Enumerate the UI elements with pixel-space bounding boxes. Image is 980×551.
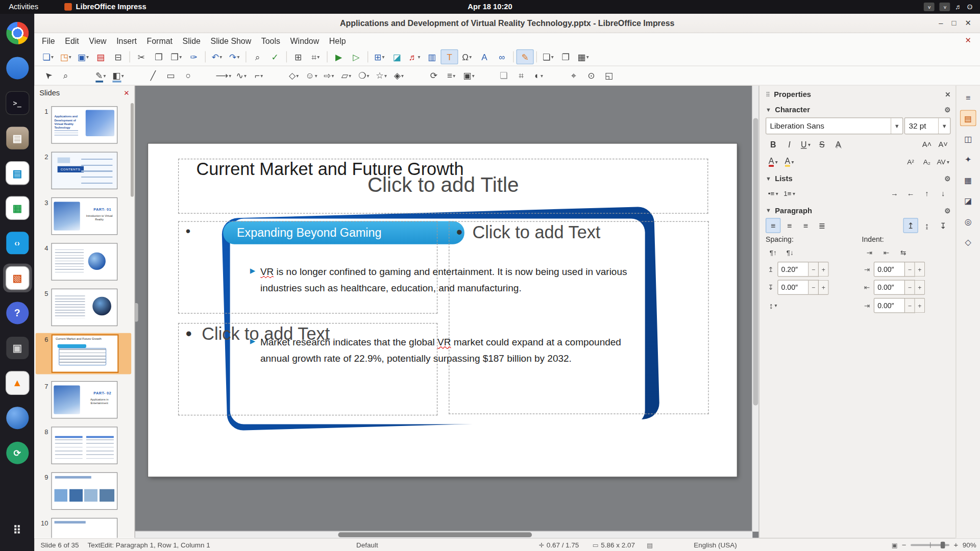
slide-thumbnail[interactable]: PART- 01 Introduction to Virtual Reality xyxy=(51,197,117,235)
slide-editing-area[interactable]: Click to add Title Current Market and Fu… xyxy=(148,144,737,477)
superscript[interactable]: A² xyxy=(903,154,918,169)
move-up[interactable]: ↑ xyxy=(919,186,934,201)
ellipse[interactable]: ○ xyxy=(179,68,197,83)
slide-title-text[interactable]: Current Market and Future Growth xyxy=(196,159,463,179)
font-size-combobox[interactable]: 32 pt ▼ xyxy=(904,117,951,134)
title-bar[interactable]: Applications and Development of Virtual … xyxy=(34,14,980,33)
vnc-indicator-icon[interactable]: v xyxy=(924,3,935,11)
minimize-button[interactable]: – xyxy=(939,19,943,27)
decrease-icon[interactable]: − xyxy=(905,280,915,295)
increase-font-size[interactable]: A˄ xyxy=(919,137,934,152)
increase-icon[interactable]: + xyxy=(819,262,829,277)
libreoffice-writer[interactable]: ▤ xyxy=(3,159,32,187)
slide-thumb-6[interactable]: 6 Current Market and Future Growth xyxy=(36,333,131,374)
chevron-down-icon[interactable]: ▼ xyxy=(938,118,950,134)
horizontal-scrollbar[interactable] xyxy=(135,531,752,538)
slide-canvas[interactable]: Click to add Title Current Market and Fu… xyxy=(135,86,758,538)
slide-thumbnail[interactable] xyxy=(51,289,117,326)
menu-item[interactable]: Slide Show xyxy=(206,34,256,47)
pane-splitter-handle[interactable] xyxy=(135,303,138,322)
spacing-above-spinner[interactable]: 0.20″ − + xyxy=(777,262,828,277)
increase-icon[interactable]: + xyxy=(915,280,925,295)
subscript[interactable]: A₂ xyxy=(919,154,934,169)
clone-formatting[interactable]: ✑ xyxy=(185,49,202,64)
menu-item[interactable]: Tools xyxy=(256,34,285,47)
bold[interactable]: B xyxy=(766,137,780,152)
tab-animation[interactable]: ✦ xyxy=(960,151,976,167)
slide-thumb-9[interactable]: 9 xyxy=(36,471,131,511)
increase-icon[interactable]: + xyxy=(915,298,925,313)
tab-properties[interactable]: ▤ xyxy=(960,110,976,127)
fill-color[interactable]: ◧ ▾ xyxy=(109,68,127,83)
power-icon[interactable]: ʘ xyxy=(967,3,972,11)
align-right[interactable]: ≡ xyxy=(798,218,813,233)
menu-item[interactable]: View xyxy=(84,34,112,47)
zoom-slider[interactable] xyxy=(911,544,949,546)
cut[interactable]: ✂ xyxy=(133,49,150,64)
rectangle[interactable]: ▭ xyxy=(162,68,179,83)
paste[interactable]: ❒ ▾ xyxy=(167,49,185,64)
slide-thumb-5[interactable]: 5 xyxy=(36,287,131,327)
menu-item[interactable]: Insert xyxy=(111,34,141,47)
slides-panel-scrollbar[interactable] xyxy=(131,103,134,197)
line-spacing-button[interactable]: ↕ ▾ xyxy=(766,298,780,313)
tab-gallery[interactable]: ◪ xyxy=(960,192,976,209)
fit-slide-icon[interactable]: ▣ xyxy=(892,541,898,548)
align-top[interactable]: ↥ xyxy=(903,218,918,233)
libreoffice-calc[interactable]: ▦ xyxy=(3,194,32,222)
slide-thumb-8[interactable]: 8 xyxy=(36,425,131,465)
slide-thumbnail[interactable]: PART- 02 Applications in Entertainment xyxy=(51,381,117,418)
new-document[interactable]: ❏ ▾ xyxy=(39,49,57,64)
paragraph-section-header[interactable]: ▼ Paragraph ⚙ xyxy=(766,206,950,215)
vertical-scroll-thumb[interactable] xyxy=(753,118,758,405)
align-center[interactable]: ≡ xyxy=(782,218,797,233)
start-from-current-slide[interactable]: ▷ xyxy=(348,49,365,64)
zoom-out-icon[interactable]: − xyxy=(902,540,906,549)
maximize-button[interactable]: □ xyxy=(952,19,957,27)
increase-icon[interactable]: + xyxy=(915,262,925,277)
line-color[interactable]: ✎ ▾ xyxy=(92,68,109,83)
section-options-icon[interactable]: ⚙ xyxy=(944,106,950,114)
indent-before-spinner[interactable]: 0.00″ − + xyxy=(874,262,925,277)
tab-master-slides[interactable]: ▦ xyxy=(960,172,976,188)
italic[interactable]: I xyxy=(782,137,797,152)
export-pdf[interactable]: ▤ xyxy=(92,49,109,64)
files-app[interactable]: ▤ xyxy=(3,123,32,152)
toggle-extrusion[interactable]: ◱ xyxy=(600,68,618,83)
redo[interactable]: ↷ ▾ xyxy=(226,49,243,64)
help[interactable]: ? xyxy=(3,298,32,327)
save[interactable]: ▣ ▾ xyxy=(75,49,92,64)
slides-panel-close-icon[interactable]: ✕ xyxy=(124,89,129,97)
slide-thumbnail[interactable] xyxy=(51,472,117,510)
bullet-item-1[interactable]: ▶ VR is no longer confined to gaming and… xyxy=(250,264,630,295)
basic-shapes[interactable]: ◇ ▾ xyxy=(285,68,302,83)
glue-points[interactable]: ⊙ xyxy=(582,68,600,83)
slide-thumbnail[interactable] xyxy=(51,518,117,538)
connectors[interactable]: ⌐ ▾ xyxy=(250,68,267,83)
slide-thumb-4[interactable]: 4 xyxy=(36,242,131,282)
display-grid[interactable]: ⊞ xyxy=(289,49,307,64)
volume-icon[interactable]: ♬ xyxy=(955,3,962,11)
bullet-item-2[interactable]: ▶ Market research indicates that the glo… xyxy=(250,334,630,366)
slide-position-indicator[interactable]: Slide 6 of 35 xyxy=(41,539,79,551)
select[interactable]: ➤ xyxy=(39,68,57,83)
section-options-icon[interactable]: ⚙ xyxy=(944,174,950,183)
zoom-pan[interactable]: ⌕ xyxy=(57,68,74,83)
character-spacing[interactable]: AV ▾ xyxy=(936,154,950,169)
new-slide[interactable]: ❏ ▾ xyxy=(540,49,557,64)
align-objects[interactable]: ≡ ▾ xyxy=(443,68,460,83)
print[interactable]: ⊟ xyxy=(109,49,127,64)
spacing-below-spinner[interactable]: 0.00″ − + xyxy=(777,280,828,295)
align-vcenter[interactable]: ↨ xyxy=(919,218,934,233)
vertical-scrollbar[interactable] xyxy=(752,86,758,532)
font-color[interactable]: A ▾ xyxy=(766,154,780,169)
language-selector[interactable]: English (USA) xyxy=(694,539,737,551)
tab-navigator[interactable]: ◎ xyxy=(960,213,976,230)
tab-shapes[interactable]: ◇ xyxy=(960,234,976,250)
chevron-down-icon[interactable]: ▼ xyxy=(891,118,902,134)
slide-thumb-2[interactable]: 2 CONTENTS xyxy=(36,151,131,190)
section-options-icon[interactable]: ⚙ xyxy=(944,207,950,215)
indent-after-spinner[interactable]: 0.00″ − + xyxy=(874,280,925,295)
insert-hyperlink[interactable]: ∞ xyxy=(493,49,510,64)
underline[interactable]: U ▾ xyxy=(798,137,813,152)
